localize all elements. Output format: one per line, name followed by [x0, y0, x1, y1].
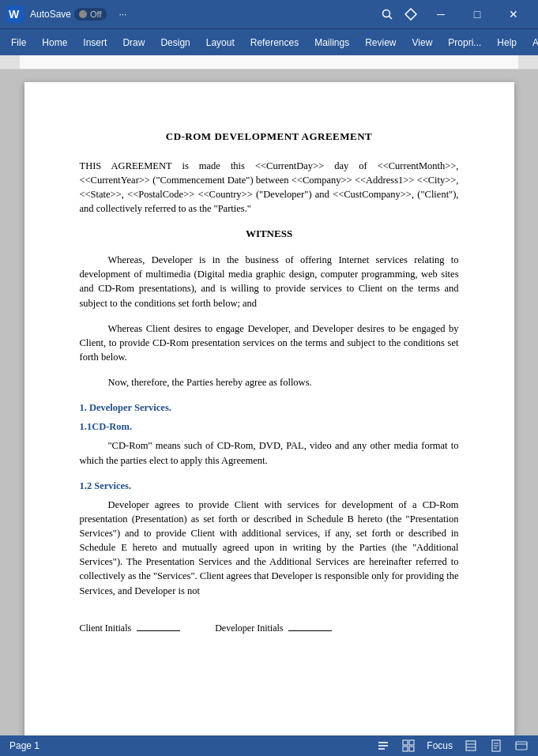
client-initials-blank[interactable] [137, 630, 180, 631]
status-bar-right: Focus [376, 739, 529, 753]
document-page[interactable]: CD-ROM DEVELOPMENT AGREEMENT THIS AGREEM… [24, 82, 514, 735]
diamond-icon[interactable] [402, 6, 419, 23]
menu-mailings[interactable]: Mailings [307, 34, 357, 51]
menu-draw[interactable]: Draw [115, 34, 152, 51]
menu-references[interactable]: References [243, 34, 307, 51]
menu-design[interactable]: Design [152, 34, 198, 51]
close-button[interactable]: ✕ [495, 2, 532, 26]
section-1-1-text[interactable]: "CD-Rom" means such of CD-Rom, DVD, PAL,… [80, 438, 459, 467]
menu-propri[interactable]: Propri... [440, 34, 489, 51]
svg-rect-7 [378, 742, 388, 743]
title-bar: W AutoSave Off ··· ─ □ ✕ [0, 0, 538, 28]
page-indicator: Page 1 [9, 740, 40, 751]
client-initials-text: Client Initials [80, 622, 132, 634]
word-logo-icon: W [6, 6, 24, 23]
section-1-heading: 1. Developer Services. [80, 401, 459, 415]
svg-rect-10 [403, 740, 408, 745]
menu-home[interactable]: Home [34, 34, 75, 51]
focus-label[interactable]: Focus [427, 740, 453, 751]
menu-acrobat[interactable]: Acrobat [525, 34, 538, 51]
ruler [0, 55, 538, 70]
section-1-2: 1.2 Services. Developer agrees to provid… [80, 479, 459, 598]
maximize-button[interactable]: □ [459, 2, 495, 26]
toggle-state: Off [90, 9, 101, 19]
intro-paragraph[interactable]: THIS AGREEMENT is made this <<CurrentDay… [80, 159, 459, 216]
section-1-1-heading: 1.1CD-Rom. [80, 419, 459, 434]
svg-text:W: W [9, 8, 20, 21]
witness-heading: WITNESS [80, 227, 459, 242]
diamond-shape-icon [404, 8, 417, 21]
section-1-2-heading: 1.2 Services. [80, 479, 459, 493]
section-1-1: 1.1CD-Rom. "CD-Rom" means such of CD-Rom… [80, 419, 459, 467]
menu-review[interactable]: Review [357, 34, 404, 51]
svg-rect-8 [378, 745, 388, 747]
layout-view-icon[interactable] [464, 739, 478, 753]
autosave-toggle[interactable]: Off [74, 8, 106, 21]
menu-file[interactable]: File [3, 34, 34, 51]
witness-paragraph-1[interactable]: Whereas, Developer is in the business of… [80, 253, 459, 310]
document-title: CD-ROM DEVELOPMENT AGREEMENT [80, 130, 459, 145]
svg-marker-4 [405, 9, 416, 20]
document-area[interactable]: CD-ROM DEVELOPMENT AGREEMENT THIS AGREEM… [0, 70, 538, 735]
initials-line: Client Initials Developer Initials [80, 622, 459, 635]
svg-rect-21 [516, 742, 527, 750]
ribbon-more-icon[interactable]: ··· [113, 9, 134, 20]
search-button[interactable] [375, 2, 399, 26]
svg-point-2 [383, 10, 390, 17]
web-view-icon[interactable] [514, 739, 529, 753]
witness-paragraph-2[interactable]: Whereas Client desires to engage Develop… [80, 322, 459, 364]
developer-initials-label: Developer Initials [215, 622, 335, 635]
svg-rect-12 [403, 747, 408, 751]
menu-view[interactable]: View [404, 34, 441, 51]
now-paragraph[interactable]: Now, therefore, the Parties hereby agree… [80, 375, 459, 389]
ruler-background [0, 55, 538, 69]
minimize-button[interactable]: ─ [423, 2, 459, 26]
menu-help[interactable]: Help [489, 34, 525, 51]
developer-initials-blank[interactable] [288, 630, 332, 631]
client-initials-label: Client Initials [80, 622, 184, 635]
section-1-2-text[interactable]: Developer agrees to provide Client with … [80, 498, 459, 598]
svg-rect-13 [409, 747, 414, 751]
focus-button[interactable] [401, 739, 416, 753]
word-count-icon[interactable] [376, 739, 390, 753]
svg-line-3 [389, 17, 393, 20]
print-layout-icon[interactable] [489, 739, 503, 753]
svg-rect-11 [409, 740, 414, 745]
status-bar: Page 1 Focus [0, 735, 538, 756]
svg-rect-9 [378, 748, 385, 750]
svg-rect-14 [466, 741, 476, 750]
autosave-label: AutoSave [30, 9, 71, 20]
menu-layout[interactable]: Layout [198, 34, 243, 51]
toggle-circle [79, 10, 87, 18]
search-icon [382, 9, 393, 20]
menu-insert[interactable]: Insert [75, 34, 115, 51]
developer-initials-text: Developer Initials [215, 622, 283, 634]
menu-bar: File Home Insert Draw Design Layout Refe… [0, 28, 538, 55]
